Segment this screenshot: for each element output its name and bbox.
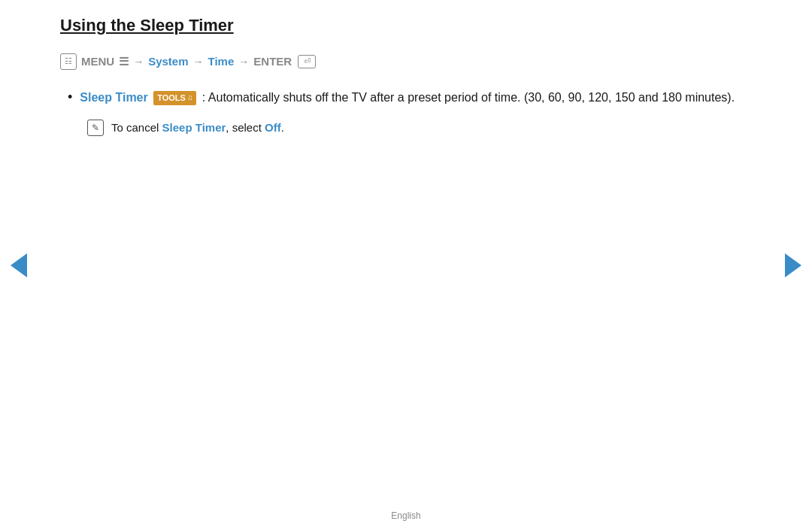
tools-badge: TOOLS♫ <box>153 91 196 106</box>
menu-nav-row: ☷ MENU ☰ → System → Time → ENTER ⏎ <box>60 53 752 70</box>
system-label: System <box>148 55 188 68</box>
main-description-text: : Automatically shuts off the TV after a… <box>202 91 735 104</box>
nav-right-arrow[interactable] <box>785 253 801 277</box>
note-icon: ✎ <box>87 120 104 136</box>
time-label: Time <box>208 55 235 68</box>
menu-bars: ☰ <box>119 55 129 68</box>
note-section: ✎ To cancel Sleep Timer, select Off. <box>60 119 752 137</box>
enter-label: ENTER <box>253 55 292 68</box>
note-comma: , select <box>226 121 265 134</box>
bullet-dot: • <box>68 89 72 105</box>
note-sleep-timer: Sleep Timer <box>162 121 226 134</box>
main-content: Using the Sleep Timer ☷ MENU ☰ → System … <box>60 0 752 500</box>
bullet-content: Sleep Timer TOOLS♫ : Automatically shuts… <box>80 88 735 108</box>
nav-left-arrow[interactable] <box>11 253 27 277</box>
arrow-1: → <box>133 56 144 68</box>
note-to-cancel: To cancel <box>111 121 162 134</box>
menu-label: MENU <box>81 55 114 68</box>
page-title: Using the Sleep Timer <box>60 15 752 37</box>
arrow-2: → <box>193 56 204 68</box>
footer-language: English <box>391 510 420 521</box>
note-period: . <box>281 121 284 134</box>
arrow-3: → <box>238 56 249 68</box>
note-off: Off <box>265 121 281 134</box>
bullet-section: • Sleep Timer TOOLS♫ : Automatically shu… <box>60 88 752 108</box>
note-text: To cancel Sleep Timer, select Off. <box>111 119 284 137</box>
sleep-timer-term: Sleep Timer <box>80 91 147 104</box>
enter-icon: ⏎ <box>298 55 316 68</box>
menu-icon: ☷ <box>60 53 77 70</box>
